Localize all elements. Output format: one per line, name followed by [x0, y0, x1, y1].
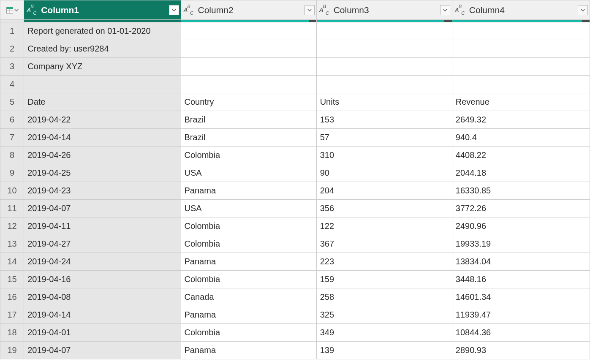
cell[interactable]: 2044.18: [452, 164, 590, 182]
cell[interactable]: 2019-04-11: [24, 217, 181, 235]
cell[interactable]: 3448.16: [452, 271, 590, 288]
cell[interactable]: 2019-04-16: [24, 271, 181, 288]
cell[interactable]: 2019-04-24: [24, 253, 181, 271]
cell[interactable]: 2890.93: [452, 342, 590, 359]
cell[interactable]: 258: [316, 288, 452, 306]
cell[interactable]: 349: [316, 324, 452, 342]
table-row[interactable]: 1Report generated on 01-01-2020: [0, 22, 590, 40]
cell[interactable]: 159: [316, 271, 452, 288]
cell[interactable]: Brazil: [181, 111, 316, 129]
cell[interactable]: 2019-04-07: [24, 342, 181, 359]
cell[interactable]: 153: [316, 111, 452, 129]
cell[interactable]: Panama: [181, 306, 316, 324]
cell[interactable]: [316, 22, 452, 40]
cell[interactable]: [316, 76, 452, 93]
table-row[interactable]: 162019-04-08Canada25814601.34: [0, 288, 590, 306]
cell[interactable]: Country: [181, 93, 316, 111]
filter-dropdown-button[interactable]: [578, 5, 588, 15]
row-number[interactable]: 15: [0, 271, 24, 288]
cell[interactable]: Report generated on 01-01-2020: [24, 22, 181, 40]
cell[interactable]: 139: [316, 342, 452, 359]
cell[interactable]: Date: [24, 93, 181, 111]
cell[interactable]: 4408.22: [452, 147, 590, 164]
cell[interactable]: [452, 58, 590, 76]
cell[interactable]: Brazil: [181, 129, 316, 147]
cell[interactable]: 2019-04-25: [24, 164, 181, 182]
row-number[interactable]: 6: [0, 111, 24, 129]
cell[interactable]: Panama: [181, 342, 316, 359]
cell[interactable]: 367: [316, 235, 452, 253]
cell[interactable]: 223: [316, 253, 452, 271]
row-number[interactable]: 10: [0, 182, 24, 200]
cell[interactable]: Company XYZ: [24, 58, 181, 76]
cell[interactable]: [181, 40, 316, 58]
cell[interactable]: USA: [181, 200, 316, 217]
row-number[interactable]: 12: [0, 217, 24, 235]
table-row[interactable]: 5DateCountryUnitsRevenue: [0, 93, 590, 111]
table-row[interactable]: 192019-04-07Panama1392890.93: [0, 342, 590, 359]
row-number[interactable]: 7: [0, 129, 24, 147]
cell[interactable]: 11939.47: [452, 306, 590, 324]
cell[interactable]: Units: [316, 93, 452, 111]
filter-dropdown-button[interactable]: [305, 5, 315, 15]
row-number[interactable]: 17: [0, 306, 24, 324]
cell[interactable]: 90: [316, 164, 452, 182]
cell[interactable]: [452, 40, 590, 58]
cell[interactable]: 2019-04-01: [24, 324, 181, 342]
row-number[interactable]: 4: [0, 76, 24, 93]
cell[interactable]: Colombia: [181, 235, 316, 253]
table-row[interactable]: 152019-04-16Colombia1593448.16: [0, 271, 590, 288]
cell[interactable]: [181, 76, 316, 93]
table-row[interactable]: 132019-04-27Colombia36719933.19: [0, 235, 590, 253]
table-row[interactable]: 102019-04-23Panama20416330.85: [0, 182, 590, 200]
cell[interactable]: 14601.34: [452, 288, 590, 306]
cell[interactable]: 10844.36: [452, 324, 590, 342]
table-row[interactable]: 3Company XYZ: [0, 58, 590, 76]
cell[interactable]: 940.4: [452, 129, 590, 147]
cell[interactable]: Created by: user9284: [24, 40, 181, 58]
column-header-column1[interactable]: ABC Column1: [24, 0, 181, 20]
cell[interactable]: 2649.32: [452, 111, 590, 129]
cell[interactable]: 19933.19: [452, 235, 590, 253]
cell[interactable]: USA: [181, 164, 316, 182]
cell[interactable]: Panama: [181, 253, 316, 271]
cell[interactable]: 122: [316, 217, 452, 235]
cell[interactable]: 16330.85: [452, 182, 590, 200]
row-number[interactable]: 1: [0, 22, 24, 40]
cell[interactable]: 13834.04: [452, 253, 590, 271]
row-number[interactable]: 16: [0, 288, 24, 306]
filter-dropdown-button[interactable]: [169, 5, 179, 15]
cell[interactable]: [24, 76, 181, 93]
cell[interactable]: 57: [316, 129, 452, 147]
cell[interactable]: 2019-04-22: [24, 111, 181, 129]
table-row[interactable]: 182019-04-01Colombia34910844.36: [0, 324, 590, 342]
cell[interactable]: [452, 76, 590, 93]
table-row[interactable]: 122019-04-11Colombia1222490.96: [0, 217, 590, 235]
table-row[interactable]: 72019-04-14Brazil57940.4: [0, 129, 590, 147]
cell[interactable]: [316, 58, 452, 76]
column-header-column3[interactable]: ABC Column3: [316, 0, 452, 20]
row-number[interactable]: 3: [0, 58, 24, 76]
row-number[interactable]: 13: [0, 235, 24, 253]
cell[interactable]: 2019-04-23: [24, 182, 181, 200]
table-row[interactable]: 112019-04-07USA3563772.26: [0, 200, 590, 217]
select-all-corner[interactable]: [0, 0, 24, 20]
cell[interactable]: Canada: [181, 288, 316, 306]
row-number[interactable]: 14: [0, 253, 24, 271]
table-row[interactable]: 2Created by: user9284: [0, 40, 590, 58]
table-row[interactable]: 62019-04-22Brazil1532649.32: [0, 111, 590, 129]
row-number[interactable]: 19: [0, 342, 24, 359]
table-row[interactable]: 172019-04-14Panama32511939.47: [0, 306, 590, 324]
row-number[interactable]: 5: [0, 93, 24, 111]
table-row[interactable]: 92019-04-25USA902044.18: [0, 164, 590, 182]
row-number[interactable]: 11: [0, 200, 24, 217]
table-row[interactable]: 82019-04-26Colombia3104408.22: [0, 147, 590, 164]
table-row[interactable]: 142019-04-24Panama22313834.04: [0, 253, 590, 271]
cell[interactable]: [181, 58, 316, 76]
table-row[interactable]: 4: [0, 76, 590, 93]
cell[interactable]: 325: [316, 306, 452, 324]
cell[interactable]: 2019-04-14: [24, 306, 181, 324]
cell[interactable]: Colombia: [181, 324, 316, 342]
cell[interactable]: [452, 22, 590, 40]
cell[interactable]: 2490.96: [452, 217, 590, 235]
